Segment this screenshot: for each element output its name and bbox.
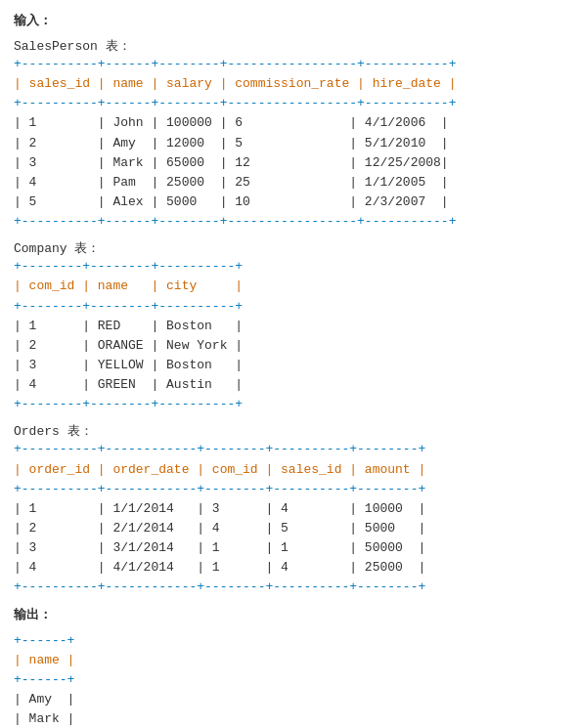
output-section: +------+ | name | +------+ | Amy | | Mar… — [14, 631, 564, 728]
co-row-1: | 1 | RED | Boston | — [14, 319, 243, 333]
orders-section: Orders 表： +----------+------------+-----… — [14, 422, 564, 597]
co-row-3: | 3 | YELLOW | Boston | — [14, 358, 243, 372]
or-divider-top: +----------+------------+--------+------… — [14, 442, 425, 456]
sp-row-2: | 2 | Amy | 12000 | 5 | 5/1/2010 | — [14, 136, 449, 150]
or-divider-mid: +----------+------------+--------+------… — [14, 482, 425, 496]
out-row-1: | Amy | — [14, 692, 74, 707]
co-divider-top: +--------+--------+----------+ — [14, 259, 243, 274]
or-row-1: | 1 | 1/1/2014 | 3 | 4 | 10000 | — [14, 501, 425, 516]
or-row-4: | 4 | 4/1/2014 | 1 | 4 | 25000 | — [14, 560, 425, 575]
co-header: | com_id | name | city | — [14, 278, 243, 293]
output-label: 输出： — [14, 608, 52, 622]
out-divider-mid: +------+ — [14, 672, 74, 687]
input-label: 输入： — [14, 14, 52, 28]
input-label-block: 输入： — [14, 12, 564, 29]
sp-row-3: | 3 | Mark | 65000 | 12 | 12/25/2008| — [14, 155, 449, 170]
salesperson-section: SalesPerson 表： +----------+------+------… — [14, 37, 564, 232]
salesperson-table: +----------+------+--------+------------… — [14, 55, 564, 232]
co-divider-bot: +--------+--------+----------+ — [14, 397, 243, 411]
sp-header: | sales_id | name | salary | commission_… — [14, 76, 456, 91]
out-divider-top: +------+ — [14, 633, 74, 648]
output-label-block: 输出： — [14, 606, 564, 623]
co-row-4: | 4 | GREEN | Austin | — [14, 377, 243, 392]
salesperson-label: SalesPerson 表： — [14, 37, 564, 55]
company-label: Company 表： — [14, 239, 564, 257]
sp-divider-bot: +----------+------+--------+------------… — [14, 214, 456, 229]
sp-divider-top: +----------+------+--------+------------… — [14, 57, 456, 71]
or-row-3: | 3 | 3/1/2014 | 1 | 1 | 50000 | — [14, 540, 425, 555]
or-divider-bot: +----------+------------+--------+------… — [14, 579, 425, 594]
output-table: +------+ | name | +------+ | Amy | | Mar… — [14, 631, 564, 728]
sp-divider-mid: +----------+------+--------+------------… — [14, 96, 456, 110]
out-header: | name | — [14, 653, 74, 667]
company-section: Company 表： +--------+--------+----------… — [14, 239, 564, 414]
or-row-2: | 2 | 2/1/2014 | 4 | 5 | 5000 | — [14, 521, 425, 535]
sp-row-4: | 4 | Pam | 25000 | 25 | 1/1/2005 | — [14, 175, 449, 190]
orders-table: +----------+------------+--------+------… — [14, 440, 564, 597]
orders-label: Orders 表： — [14, 422, 564, 440]
co-divider-mid: +--------+--------+----------+ — [14, 299, 243, 314]
main-content: 输入： SalesPerson 表： +----------+------+--… — [14, 12, 564, 728]
sp-row-5: | 5 | Alex | 5000 | 10 | 2/3/2007 | — [14, 194, 449, 209]
or-header: | order_id | order_date | com_id | sales… — [14, 462, 425, 477]
co-row-2: | 2 | ORANGE | New York | — [14, 338, 243, 353]
company-table: +--------+--------+----------+ | com_id … — [14, 257, 564, 414]
out-row-2: | Mark | — [14, 711, 74, 726]
sp-row-1: | 1 | John | 100000 | 6 | 4/1/2006 | — [14, 115, 449, 130]
